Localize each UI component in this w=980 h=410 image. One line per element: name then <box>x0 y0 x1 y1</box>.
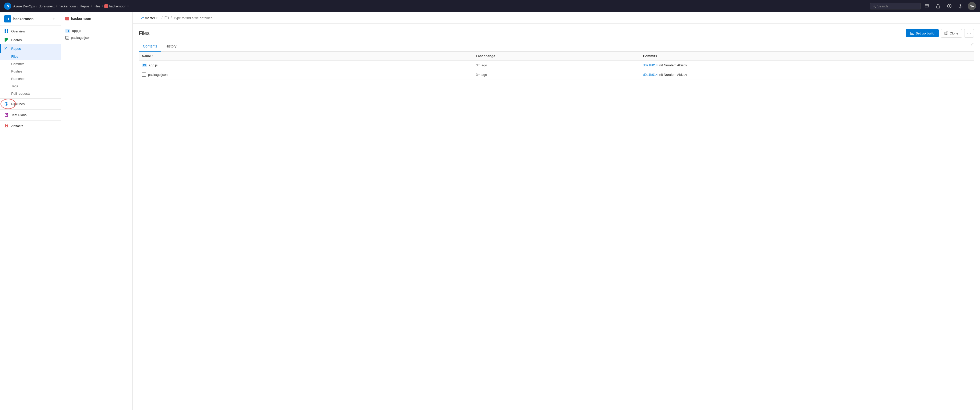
column-header-last-change: Last change <box>473 51 640 61</box>
commit-hash-link[interactable]: d0a1b014 <box>643 73 658 77</box>
sidebar-sub-item-pushes[interactable]: Pushes <box>0 68 61 75</box>
svg-rect-16 <box>5 38 6 41</box>
svg-line-1 <box>875 6 876 7</box>
breadcrumb-org[interactable]: dora-vnext <box>39 4 54 8</box>
typescript-icon: TS <box>65 29 70 33</box>
file-tree-body: TS app.js package.json <box>61 25 132 43</box>
file-name-cell[interactable]: package.json <box>139 70 473 80</box>
svg-rect-2 <box>925 5 929 7</box>
svg-rect-13 <box>6 29 8 31</box>
svg-rect-6 <box>937 6 940 8</box>
json-file-icon <box>142 72 146 77</box>
sidebar-item-test-plans[interactable]: Test Plans <box>0 110 61 119</box>
sidebar-divider-3 <box>0 120 61 121</box>
sidebar-item-overview[interactable]: Overview <box>0 27 61 35</box>
overview-icon <box>4 29 9 34</box>
sidebar-project-name: hackernoon <box>13 17 49 21</box>
clone-button[interactable]: Clone <box>941 29 962 38</box>
file-table-body: TS app.js 3m ago d0a1b014 init Nuralem A… <box>139 61 974 80</box>
expand-icon[interactable]: ⤢ <box>970 41 974 51</box>
file-path-input[interactable] <box>174 16 975 20</box>
search-box[interactable] <box>870 3 921 10</box>
branch-icon: ⎇ <box>140 16 144 20</box>
last-change-cell: 3m ago <box>473 61 640 70</box>
svg-point-9 <box>960 6 961 7</box>
commits-cell: d0a1b014 init Nuralem Abizov <box>640 61 974 70</box>
sidebar-sub-item-branches[interactable]: Branches <box>0 75 61 83</box>
breadcrumb: Azure DevOps / dora-vnext / hackernoon /… <box>13 4 129 8</box>
sidebar-item-pipelines[interactable]: Pipelines <box>0 100 61 108</box>
breadcrumb-project[interactable]: hackernoon <box>59 4 76 8</box>
add-project-button[interactable]: + <box>51 16 57 22</box>
sidebar-sub-item-commits[interactable]: Commits <box>0 60 61 68</box>
svg-rect-33 <box>910 32 914 35</box>
main-layout: H hackernoon + Overview <box>0 12 980 410</box>
file-name: package.json <box>148 73 168 77</box>
project-icon: H <box>4 15 11 22</box>
settings-icon[interactable] <box>956 2 965 10</box>
file-tree-header: hackernoon ⋯ <box>61 12 132 25</box>
sidebar-item-artifacts[interactable]: Artifacts <box>0 121 61 130</box>
notifications-icon[interactable] <box>923 2 931 10</box>
svg-point-21 <box>5 49 6 50</box>
branch-selector[interactable]: ⎇ master ▾ <box>138 15 159 21</box>
svg-text:?: ? <box>948 5 950 8</box>
sidebar-item-boards[interactable]: Boards <box>0 35 61 44</box>
commit-msg-text: init <box>659 73 663 77</box>
sidebar: H hackernoon + Overview <box>0 12 61 410</box>
azure-devops-logo[interactable] <box>4 3 11 10</box>
sidebar-divider-2 <box>0 109 61 110</box>
last-change-cell: 3m ago <box>473 70 640 80</box>
commit-author: Nuralem Abizov <box>664 73 687 77</box>
files-actions: Set up build Clone ⋯ <box>906 29 974 38</box>
tab-history[interactable]: History <box>161 41 181 51</box>
files-section: Files Set up build <box>133 24 980 410</box>
file-tree-item-label: package.json <box>71 36 91 40</box>
column-header-name: Name ↑ <box>139 51 473 61</box>
tab-contents[interactable]: Contents <box>139 41 161 51</box>
svg-rect-15 <box>6 31 8 33</box>
svg-rect-17 <box>6 38 7 41</box>
lock-icon[interactable] <box>934 2 942 10</box>
files-title: Files <box>139 30 150 36</box>
setup-build-icon <box>910 31 914 35</box>
file-name: app.js <box>149 63 158 67</box>
sidebar-section: Overview Boards <box>0 26 61 131</box>
svg-point-31 <box>6 126 7 127</box>
table-row: TS app.js 3m ago d0a1b014 init Nuralem A… <box>139 61 974 70</box>
sidebar-sub-item-pull-requests[interactable]: Pull requests <box>0 90 61 97</box>
file-tree-item-packagejson[interactable]: package.json <box>61 34 132 41</box>
more-options-button[interactable]: ⋯ <box>964 29 974 38</box>
help-icon[interactable]: ? <box>945 2 953 10</box>
file-tree-item-appjs[interactable]: TS app.js <box>61 27 132 34</box>
svg-rect-14 <box>5 31 6 33</box>
file-tree-panel: hackernoon ⋯ TS app.js package.json <box>61 12 133 410</box>
search-icon <box>873 4 876 8</box>
column-header-commits: Commits <box>640 51 974 61</box>
repo-icon <box>104 4 108 8</box>
sidebar-sub-item-files[interactable]: Files <box>0 53 61 60</box>
main-content-area: ⎇ master ▾ / / Files <box>133 12 980 410</box>
file-table-header: Name ↑ Last change Commits <box>139 51 974 61</box>
setup-build-button[interactable]: Set up build <box>906 29 939 37</box>
commit-hash-link[interactable]: d0a1b014 <box>643 63 658 67</box>
sidebar-item-repos[interactable]: Repos <box>0 44 61 53</box>
search-input[interactable] <box>877 4 918 8</box>
file-tree-more-button[interactable]: ⋯ <box>124 16 128 21</box>
svg-point-20 <box>7 47 8 48</box>
file-tree-repo-icon <box>65 17 69 21</box>
user-avatar[interactable]: NA <box>968 2 976 10</box>
file-name-cell[interactable]: TS app.js <box>139 61 473 70</box>
branch-bar: ⎇ master ▾ / / <box>133 12 980 24</box>
breadcrumb-azure-devops[interactable]: Azure DevOps <box>13 4 35 8</box>
svg-rect-18 <box>7 38 8 40</box>
path-separator: / <box>162 16 162 20</box>
breadcrumb-files[interactable]: Files <box>94 4 100 8</box>
svg-point-19 <box>5 47 6 48</box>
breadcrumb-repos[interactable]: Repos <box>80 4 89 8</box>
svg-rect-12 <box>5 29 6 31</box>
breadcrumb-current-repo[interactable]: hackernoon ▾ <box>104 4 129 8</box>
sidebar-sub-item-tags[interactable]: Tags <box>0 83 61 90</box>
pipelines-icon <box>4 102 9 106</box>
svg-point-25 <box>6 103 7 104</box>
